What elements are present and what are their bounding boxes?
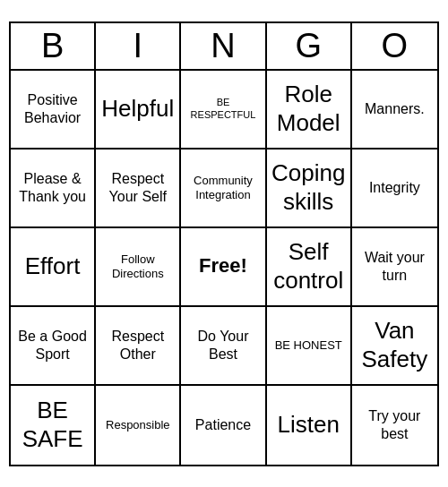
cell-text: Be a Good Sport <box>14 328 90 362</box>
cell-text: BE SAFE <box>14 397 90 452</box>
header-letter: B <box>11 23 96 69</box>
bingo-cell: Follow Directions <box>96 228 181 307</box>
bingo-cell: Helpful <box>96 71 181 150</box>
cell-text: Patience <box>195 416 251 433</box>
bingo-cell: Please & Thank you <box>11 150 96 228</box>
bingo-cell: BE RESPECTFUL <box>181 71 266 150</box>
cell-text: Integrity <box>369 179 420 196</box>
bingo-cell: Manners. <box>352 71 437 150</box>
cell-text: Manners. <box>365 100 425 117</box>
bingo-cell: Van Safety <box>352 307 437 386</box>
header-letter: O <box>352 23 437 69</box>
bingo-cell: Listen <box>267 386 352 465</box>
bingo-cell: Respect Your Self <box>96 150 181 228</box>
cell-text: Free! <box>199 254 247 278</box>
bingo-card: BINGO Positive BehaviorHelpfulBE RESPECT… <box>9 21 439 466</box>
bingo-cell: Free! <box>181 228 266 307</box>
cell-text: Helpful <box>101 95 174 123</box>
bingo-cell: Positive Behavior <box>11 71 96 150</box>
bingo-cell: Wait your turn <box>352 228 437 307</box>
header-letter: N <box>181 23 266 69</box>
bingo-cell: Self control <box>267 228 352 307</box>
cell-text: Responsible <box>106 418 170 432</box>
cell-text: Effort <box>25 252 81 280</box>
bingo-grid: Positive BehaviorHelpfulBE RESPECTFULRol… <box>11 71 437 465</box>
bingo-cell: Responsible <box>96 386 181 465</box>
cell-text: Wait your turn <box>356 249 434 283</box>
bingo-cell: Role Model <box>267 71 352 150</box>
cell-text: Van Safety <box>356 317 434 372</box>
header-letter: G <box>267 23 352 69</box>
cell-text: Respect Your Self <box>99 170 176 204</box>
bingo-header: BINGO <box>11 23 437 71</box>
bingo-cell: Effort <box>11 228 96 307</box>
cell-text: Coping skills <box>271 159 347 215</box>
header-letter: I <box>96 23 181 69</box>
bingo-cell: Coping skills <box>267 150 352 228</box>
cell-text: Do Your Best <box>185 328 261 362</box>
bingo-cell: Be a Good Sport <box>11 307 96 386</box>
cell-text: Self control <box>271 238 347 294</box>
cell-text: Please & Thank you <box>14 170 90 204</box>
cell-text: Listen <box>278 411 340 439</box>
cell-text: Community Integration <box>185 174 261 201</box>
bingo-cell: Respect Other <box>96 307 181 386</box>
cell-text: Follow Directions <box>99 252 176 280</box>
cell-text: Respect Other <box>99 328 176 362</box>
cell-text: BE HONEST <box>275 338 342 353</box>
cell-text: BE RESPECTFUL <box>185 97 261 120</box>
bingo-cell: Patience <box>181 386 266 465</box>
bingo-cell: Integrity <box>352 150 437 228</box>
bingo-cell: BE HONEST <box>267 307 352 386</box>
cell-text: Positive Behavior <box>14 91 90 125</box>
bingo-cell: Do Your Best <box>181 307 266 386</box>
cell-text: Role Model <box>271 81 347 136</box>
bingo-cell: Community Integration <box>181 150 266 228</box>
bingo-cell: BE SAFE <box>11 386 96 465</box>
bingo-cell: Try your best <box>352 386 437 465</box>
cell-text: Try your best <box>356 407 434 441</box>
